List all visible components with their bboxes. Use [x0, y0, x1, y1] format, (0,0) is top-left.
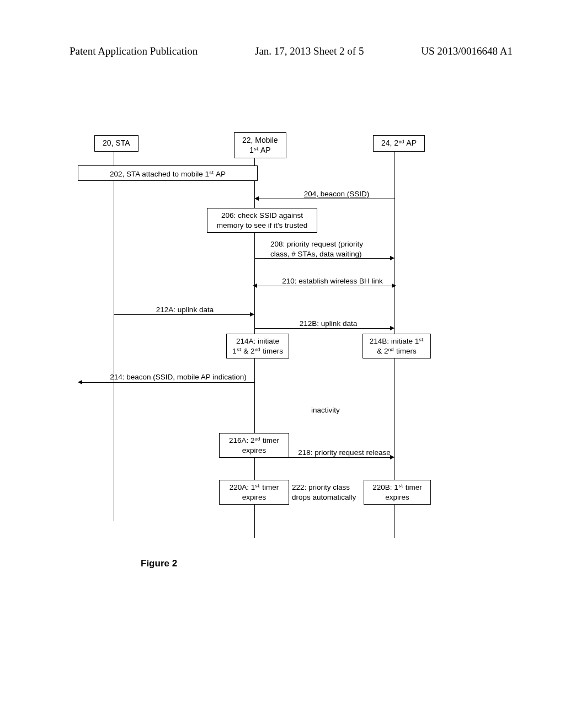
- step-214b-line2: & 2ⁿᵈ timers: [367, 346, 426, 356]
- label-222-line1: 222: priority class: [292, 483, 364, 493]
- arrow-214: [82, 382, 254, 383]
- label-222-line2: drops automatically: [292, 493, 364, 502]
- label-214: 214: beacon (SSID, mobile AP indication): [106, 372, 250, 382]
- actor-ap1: 22, Mobile 1ˢᵗ AP: [234, 132, 286, 158]
- step-214b: 214B: initiate 1ˢᵗ & 2ⁿᵈ timers: [363, 334, 431, 358]
- label-208-line2: class, # STAs, data waiting): [270, 249, 395, 259]
- label-204-text: 204, beacon (SSID): [304, 190, 370, 198]
- step-220b-line1: 220B: 1ˢᵗ timer: [369, 483, 426, 493]
- step-220a-line1: 220A: 1ˢᵗ timer: [224, 483, 284, 493]
- step-220a: 220A: 1ˢᵗ timer expires: [219, 480, 289, 505]
- step-216a: 216A: 2ⁿᵈ timer expires: [219, 433, 289, 458]
- step-216a-line2: expires: [224, 446, 284, 456]
- label-212a-text: 212A: uplink data: [156, 306, 214, 314]
- actor-sta-label: 20, STA: [103, 138, 130, 147]
- step-202-label: 202, STA attached to mobile 1ˢᵗ AP: [110, 170, 226, 178]
- step-214a: 214A: initiate 1ˢᵗ & 2ⁿᵈ timers: [226, 334, 289, 358]
- actor-ap2: 24, 2ⁿᵈ AP: [373, 135, 425, 152]
- step-220b: 220B: 1ˢᵗ timer expires: [364, 480, 431, 505]
- arrow-214-head: [78, 380, 82, 384]
- page-header: Patent Application Publication Jan. 17, …: [0, 0, 565, 57]
- step-214a-line1: 214A: initiate: [231, 336, 284, 346]
- header-left: Patent Application Publication: [70, 45, 198, 57]
- step-214b-line1: 214B: initiate 1ˢᵗ: [367, 336, 426, 346]
- figure-caption: Figure 2: [141, 558, 177, 569]
- sequence-diagram: 20, STA 22, Mobile 1ˢᵗ AP 24, 2ⁿᵈ AP 202…: [86, 135, 472, 538]
- page: Patent Application Publication Jan. 17, …: [0, 0, 565, 728]
- label-inactivity: inactivity: [295, 405, 356, 415]
- step-220a-line2: expires: [224, 493, 284, 502]
- step-214a-line2: 1ˢᵗ & 2ⁿᵈ timers: [231, 346, 284, 356]
- step-206-line1: 206: check SSID against: [212, 211, 312, 221]
- step-220b-line2: expires: [369, 493, 426, 502]
- arrow-212a-head: [250, 312, 254, 317]
- label-212a: 212A: uplink data: [141, 305, 229, 315]
- label-210: 210: establish wireless BH link: [270, 276, 395, 286]
- label-208: 208: priority request (priority class, #…: [270, 239, 395, 259]
- label-208-line1: 208: priority request (priority: [270, 239, 395, 249]
- label-218: 218: priority request release: [292, 448, 397, 458]
- label-204: 204, beacon (SSID): [290, 189, 383, 199]
- label-218-text: 218: priority request release: [298, 448, 390, 457]
- label-212b-text: 212B: uplink data: [300, 319, 357, 328]
- label-212b: 212B: uplink data: [284, 319, 372, 329]
- actor-sta: 20, STA: [94, 135, 138, 152]
- label-inactivity-text: inactivity: [311, 406, 340, 414]
- step-202: 202, STA attached to mobile 1ˢᵗ AP: [78, 165, 258, 181]
- label-222: 222: priority class drops automatically: [292, 483, 364, 502]
- arrow-210-head-l: [253, 283, 257, 288]
- label-214-text: 214: beacon (SSID, mobile AP indication): [110, 373, 246, 381]
- arrow-204-head: [254, 196, 259, 201]
- label-210-text: 210: establish wireless BH link: [282, 277, 382, 285]
- step-216a-line1: 216A: 2ⁿᵈ timer: [224, 436, 284, 446]
- arrow-212b-head: [390, 326, 395, 330]
- actor-ap1-label-line1: 22, Mobile: [242, 136, 278, 146]
- actor-ap1-label-line2: 1ˢᵗ AP: [242, 146, 278, 156]
- actor-ap2-label: 24, 2ⁿᵈ AP: [381, 138, 417, 147]
- header-right: US 2013/0016648 A1: [421, 45, 513, 57]
- header-mid: Jan. 17, 2013 Sheet 2 of 5: [255, 45, 364, 57]
- step-206: 206: check SSID against memory to see if…: [207, 208, 317, 233]
- lifeline-sta: [114, 152, 114, 521]
- step-206-line2: memory to see if it's trusted: [212, 221, 312, 231]
